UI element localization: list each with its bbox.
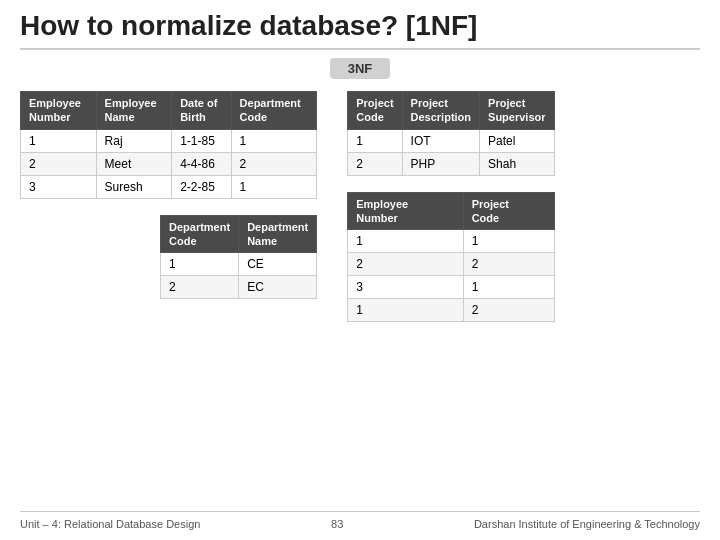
cell: PHP bbox=[402, 152, 480, 175]
proj-code-header: ProjectCode bbox=[348, 92, 402, 130]
cell: 2 bbox=[161, 276, 239, 299]
cell: 2 bbox=[348, 152, 402, 175]
cell: 2 bbox=[348, 253, 463, 276]
footer-page: 83 bbox=[331, 518, 343, 530]
cell: 1-1-85 bbox=[172, 129, 231, 152]
page-title: How to normalize database? [1NF] bbox=[20, 10, 700, 42]
cell: 3 bbox=[21, 175, 97, 198]
cell: 1 bbox=[463, 230, 554, 253]
table-row: 3 Suresh 2-2-85 1 bbox=[21, 175, 317, 198]
proj-desc-header: ProjectDescription bbox=[402, 92, 480, 130]
emp-dept-header: DepartmentCode bbox=[231, 92, 317, 130]
table-row: 3 1 bbox=[348, 276, 554, 299]
cell: CE bbox=[239, 253, 317, 276]
cell: Patel bbox=[480, 129, 554, 152]
dept-name-header: DepartmentName bbox=[239, 215, 317, 253]
emp-num-header2: EmployeeNumber bbox=[348, 192, 463, 230]
table-row: 1 IOT Patel bbox=[348, 129, 554, 152]
proj-sup-header: ProjectSupervisor bbox=[480, 92, 554, 130]
cell: 1 bbox=[21, 129, 97, 152]
cell: IOT bbox=[402, 129, 480, 152]
project-table: ProjectCode ProjectDescription ProjectSu… bbox=[347, 91, 554, 176]
cell: Shah bbox=[480, 152, 554, 175]
cell: EC bbox=[239, 276, 317, 299]
footer-left: Unit – 4: Relational Database Design bbox=[20, 518, 200, 530]
cell: Suresh bbox=[96, 175, 172, 198]
footer-right: Darshan Institute of Engineering & Techn… bbox=[474, 518, 700, 530]
cell: 2 bbox=[463, 299, 554, 322]
table-row: 2 PHP Shah bbox=[348, 152, 554, 175]
table-row: 2 Meet 4-4-86 2 bbox=[21, 152, 317, 175]
cell: 1 bbox=[348, 299, 463, 322]
table-row: 2 EC bbox=[161, 276, 317, 299]
employee-table: EmployeeNumber EmployeeName Date ofBirth… bbox=[20, 91, 317, 199]
cell: 1 bbox=[348, 230, 463, 253]
emp-dob-header: Date ofBirth bbox=[172, 92, 231, 130]
table-row: 2 2 bbox=[348, 253, 554, 276]
proj-code-header2: ProjectCode bbox=[463, 192, 554, 230]
emp-num-header: EmployeeNumber bbox=[21, 92, 97, 130]
table-row: 1 CE bbox=[161, 253, 317, 276]
page: How to normalize database? [1NF] 3NF Emp… bbox=[0, 0, 720, 540]
table-row: 1 Raj 1-1-85 1 bbox=[21, 129, 317, 152]
cell: 2-2-85 bbox=[172, 175, 231, 198]
cell: Raj bbox=[96, 129, 172, 152]
department-table: DepartmentCode DepartmentName 1 CE 2 EC bbox=[160, 215, 317, 300]
badge-row: 3NF bbox=[20, 58, 700, 79]
cell: 2 bbox=[21, 152, 97, 175]
emp-project-table: EmployeeNumber ProjectCode 1 1 2 2 3 bbox=[347, 192, 554, 323]
content-area: EmployeeNumber EmployeeName Date ofBirth… bbox=[20, 91, 700, 507]
cell: Meet bbox=[96, 152, 172, 175]
table-row: 1 1 bbox=[348, 230, 554, 253]
cell: 1 bbox=[348, 129, 402, 152]
table-row: 1 2 bbox=[348, 299, 554, 322]
cell: 1 bbox=[231, 175, 317, 198]
cell: 2 bbox=[463, 253, 554, 276]
cell: 1 bbox=[161, 253, 239, 276]
nf-badge: 3NF bbox=[330, 58, 391, 79]
dept-code-header: DepartmentCode bbox=[161, 215, 239, 253]
cell: 1 bbox=[231, 129, 317, 152]
cell: 4-4-86 bbox=[172, 152, 231, 175]
cell: 3 bbox=[348, 276, 463, 299]
emp-name-header: EmployeeName bbox=[96, 92, 172, 130]
cell: 1 bbox=[463, 276, 554, 299]
left-column: EmployeeNumber EmployeeName Date ofBirth… bbox=[20, 91, 317, 507]
right-column: ProjectCode ProjectDescription ProjectSu… bbox=[347, 91, 554, 507]
bottom-tables: DepartmentCode DepartmentName 1 CE 2 EC bbox=[160, 215, 317, 300]
footer: Unit – 4: Relational Database Design 83 … bbox=[20, 511, 700, 530]
cell: 2 bbox=[231, 152, 317, 175]
divider bbox=[20, 48, 700, 50]
